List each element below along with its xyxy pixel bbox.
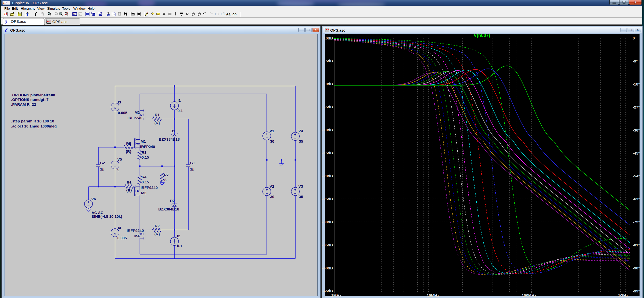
svg-text:1MHz: 1MHz bbox=[331, 293, 342, 297]
svg-text:-18°: -18° bbox=[633, 82, 640, 86]
svg-text:-63°: -63° bbox=[633, 197, 640, 201]
svg-text:-25dB: -25dB bbox=[322, 197, 333, 201]
svg-text:10MHz: 10MHz bbox=[427, 293, 439, 297]
svg-text:1GHz: 1GHz bbox=[618, 293, 628, 297]
svg-text:-99°: -99° bbox=[633, 289, 640, 293]
svg-text:10dB: 10dB bbox=[323, 36, 333, 40]
svg-text:-45dB: -45dB bbox=[322, 289, 333, 293]
svg-text:0°: 0° bbox=[633, 36, 636, 40]
svg-text:-45°: -45° bbox=[633, 151, 640, 155]
svg-text:-9°: -9° bbox=[633, 59, 638, 63]
svg-text:-27°: -27° bbox=[633, 105, 640, 109]
svg-text:-20dB: -20dB bbox=[322, 174, 333, 178]
svg-text:-81°: -81° bbox=[633, 243, 640, 247]
svg-text:0dB: 0dB bbox=[326, 82, 333, 86]
svg-text:-15dB: -15dB bbox=[322, 151, 333, 155]
svg-text:-54°: -54° bbox=[633, 174, 640, 178]
svg-text:V(n007): V(n007) bbox=[474, 33, 490, 38]
svg-text:-90°: -90° bbox=[633, 266, 640, 270]
svg-text:-30dB: -30dB bbox=[322, 220, 333, 224]
svg-text:-5dB: -5dB bbox=[324, 105, 333, 109]
svg-text:-35dB: -35dB bbox=[322, 243, 333, 247]
svg-text:5dB: 5dB bbox=[326, 59, 333, 63]
svg-text:-72°: -72° bbox=[633, 220, 640, 224]
svg-text:100MHz: 100MHz bbox=[522, 293, 536, 297]
svg-text:-10dB: -10dB bbox=[322, 128, 333, 132]
svg-text:-36°: -36° bbox=[633, 128, 640, 132]
svg-text:-40dB: -40dB bbox=[322, 266, 333, 270]
